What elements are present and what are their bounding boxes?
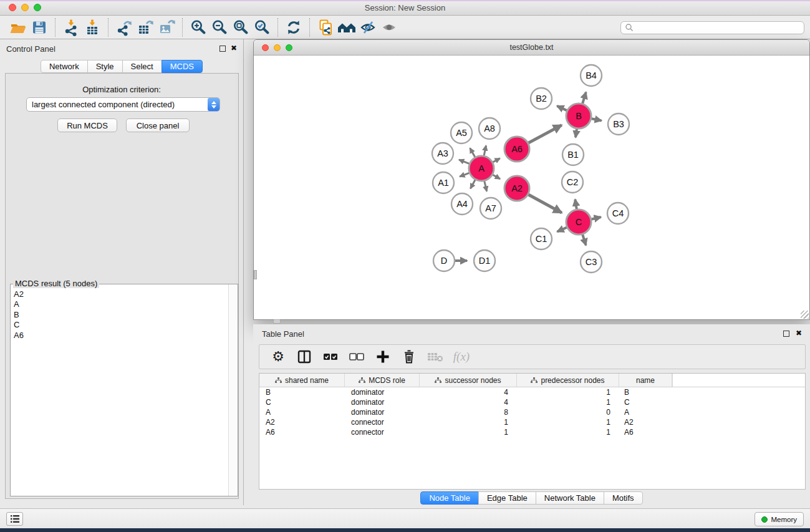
result-item-a[interactable]: A [11,299,228,309]
table-row-a6[interactable]: A6connector11A6 [259,427,805,437]
tab-style[interactable]: Style [87,60,123,73]
column-header-shared-name[interactable]: shared name [259,374,345,387]
graph-node-A2[interactable]: A2 [504,176,529,201]
table-settings-button[interactable]: ⚙ [269,348,287,365]
table-row-a[interactable]: Adominator80A [259,407,805,417]
run-mcds-button[interactable]: Run MCDS [57,118,117,132]
graph-node-B1[interactable]: B1 [562,144,584,165]
select-all-button[interactable] [322,348,339,365]
graph-edge-A-A2[interactable] [493,175,500,179]
graph-node-B2[interactable]: B2 [531,88,552,109]
float-panel-icon[interactable] [219,46,226,52]
graph-edge-C-C2[interactable] [575,200,576,210]
delete-column-button[interactable] [400,348,418,365]
memory-button[interactable]: Memory [755,512,804,526]
close-panel-button[interactable]: Close panel [126,118,190,132]
graph-node-D1[interactable]: D1 [474,250,495,271]
graph-node-A8[interactable]: A8 [479,118,500,139]
function-builder-button[interactable]: f(x) [453,348,470,365]
deselect-all-button[interactable] [348,348,365,365]
table-row-b[interactable]: Bdominator41B [259,387,805,397]
graph-node-B[interactable]: B [566,104,591,128]
result-item-a6[interactable]: A6 [11,331,228,341]
graph-edge-C-C3[interactable] [582,235,586,245]
import-network-button[interactable] [60,17,82,37]
graph-node-A4[interactable]: A4 [451,193,473,215]
result-item-a2[interactable]: A2 [11,289,228,299]
export-image-button[interactable] [156,17,177,37]
graph-node-A5[interactable]: A5 [451,122,472,143]
tab-mcds[interactable]: MCDS [162,60,203,73]
graph-edge-B-B2[interactable] [557,106,567,110]
tab-network-table[interactable]: Network Table [536,491,604,505]
tab-node-table[interactable]: Node Table [420,491,479,505]
graph-edge-A-A6[interactable] [493,158,499,162]
zoom-fit-button[interactable] [230,17,251,37]
graph-edge-B-B4[interactable] [582,92,586,104]
add-column-button[interactable] [374,348,392,365]
graph-node-A7[interactable]: A7 [480,198,501,219]
table-row-c[interactable]: Cdominator41C [259,397,805,407]
graph-edge-A-A4[interactable] [470,180,475,188]
graph-edge-C-C4[interactable] [591,217,600,219]
show-all-button[interactable] [378,17,400,37]
delete-table-button[interactable] [427,348,444,365]
show-columns-button[interactable] [296,348,313,365]
refresh-view-button[interactable] [283,17,304,37]
tab-select[interactable]: Select [122,60,162,73]
task-history-button[interactable] [6,512,23,526]
graph-edge-A6-B[interactable] [529,125,562,143]
export-network-button[interactable] [113,17,135,37]
hide-selected-button[interactable] [357,17,378,37]
graph-edge-A-A1[interactable] [460,173,469,177]
optimization-criterion-select[interactable]: largest connected component (directed) [26,97,220,112]
tab-motifs[interactable]: Motifs [604,491,643,505]
graph-node-C3[interactable]: C3 [581,251,602,273]
column-header-predecessor-nodes[interactable]: predecessor nodes [517,374,619,387]
graph-node-C[interactable]: C [566,210,591,235]
graph-node-C4[interactable]: C4 [607,203,629,224]
close-panel-icon[interactable]: ✖ [231,44,237,52]
result-item-c[interactable]: C [11,320,228,330]
graph-edge-A2-C[interactable] [528,195,561,213]
graph-edge-A-A5[interactable] [470,148,475,157]
new-network-from-selection-button[interactable] [315,17,336,37]
column-header-mcds-role[interactable]: MCDS role [345,374,420,387]
graph-node-D[interactable]: D [433,250,455,271]
zoom-selected-button[interactable] [251,17,272,37]
close-table-panel-icon[interactable]: ✖ [796,329,802,337]
graph-edge-B-B3[interactable] [592,118,602,120]
graph-node-A1[interactable]: A1 [433,172,454,193]
graph-node-C2[interactable]: C2 [562,172,583,193]
network-canvas[interactable]: B4B2BB3B1A5A8A6A3AA1C2A4A7A2CC4C1C3DD1 [254,56,809,319]
column-header-successor-nodes[interactable]: successor nodes [420,374,517,387]
search-input[interactable] [634,22,804,33]
graph-edge-A-A3[interactable] [459,160,469,163]
tab-network[interactable]: Network [41,60,88,73]
first-neighbors-button[interactable] [336,17,357,37]
graph-node-A3[interactable]: A3 [432,143,453,164]
graph-edge-A-A7[interactable] [485,181,487,191]
export-table-button[interactable] [135,17,156,37]
graph-node-B3[interactable]: B3 [608,114,629,135]
save-session-button[interactable] [29,17,50,37]
resize-grip-icon[interactable] [801,311,809,319]
zoom-out-button[interactable] [209,17,230,37]
column-header-name[interactable]: name [619,374,672,387]
import-table-button[interactable] [82,17,103,37]
splitter-handle-left[interactable] [254,270,257,279]
graph-edge-B-B1[interactable] [576,129,577,138]
tab-edge-table[interactable]: Edge Table [478,491,536,505]
open-session-button[interactable] [7,17,29,37]
graph-edge-C-C1[interactable] [557,228,567,232]
graph-node-C1[interactable]: C1 [531,228,552,249]
zoom-in-button[interactable] [188,17,209,37]
graph-node-A6[interactable]: A6 [504,137,529,162]
table-row-a2[interactable]: A2connector11A2 [259,417,805,427]
float-table-panel-icon[interactable] [783,331,789,337]
result-scrollbar[interactable] [228,284,238,496]
result-item-b[interactable]: B [11,310,228,320]
graph-node-A[interactable]: A [469,156,494,181]
graph-edge-A-A8[interactable] [484,145,486,155]
graph-node-B4[interactable]: B4 [581,65,602,86]
